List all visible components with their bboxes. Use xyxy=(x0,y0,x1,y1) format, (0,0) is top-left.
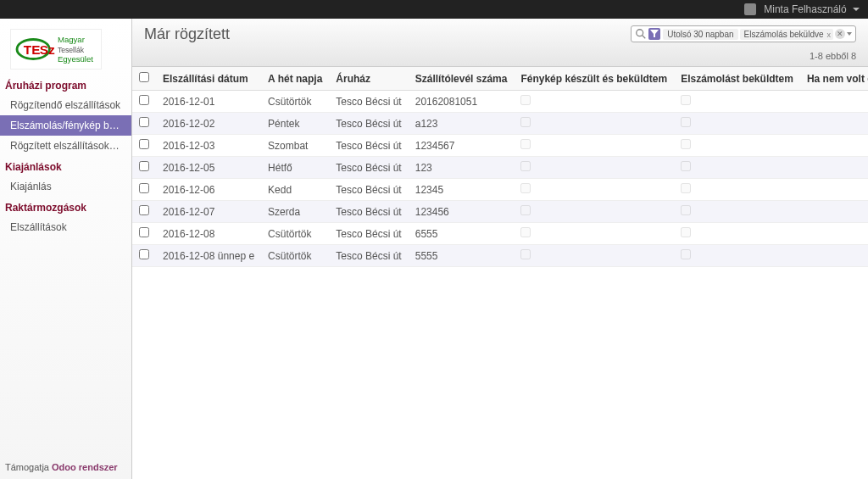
row-select-checkbox[interactable] xyxy=(139,227,149,237)
column-header[interactable]: Elszámolást beküldtem xyxy=(674,67,800,91)
footer-brand[interactable]: Odoo rendszer xyxy=(52,462,118,472)
svg-text:Magyar: Magyar xyxy=(58,35,86,44)
cell-day: Kedd xyxy=(261,179,329,201)
cell-photo xyxy=(514,135,674,157)
table-row[interactable]: 2016-12-01CsütörtökTesco Bécsi út2016208… xyxy=(132,91,868,113)
chevron-down-icon xyxy=(853,8,860,11)
cell-settle xyxy=(674,91,800,113)
cell-store: Tesco Bécsi út xyxy=(329,157,408,179)
cell-date: 2016-12-02 xyxy=(156,113,261,135)
settle-checkbox xyxy=(681,95,691,105)
row-select-checkbox[interactable] xyxy=(139,139,149,149)
svg-line-8 xyxy=(643,36,646,39)
svg-text:Egyesület: Egyesület xyxy=(58,54,93,64)
page-title: Már rögzített xyxy=(144,25,230,43)
search-box[interactable]: Utolsó 30 napbanElszámolás beküldvex ✕ xyxy=(631,25,856,42)
clear-search-button[interactable]: ✕ xyxy=(835,29,845,39)
user-name: Minta Felhasználó xyxy=(764,3,846,15)
nav: Áruházi programRögzítendő elszállításokE… xyxy=(0,75,131,455)
sidebar-item[interactable]: Elszállítások xyxy=(0,217,131,237)
sidebar-item[interactable]: Rögzítendő elszállítások xyxy=(0,95,131,115)
nav-section[interactable]: Áruházi program xyxy=(0,75,131,95)
cell-slip: 123 xyxy=(409,157,515,179)
cell-reason xyxy=(800,157,868,179)
row-select-checkbox[interactable] xyxy=(139,95,149,105)
cell-settle xyxy=(674,113,800,135)
footer-prefix: Támogatja xyxy=(5,462,52,472)
cell-store: Tesco Bécsi út xyxy=(329,201,408,223)
column-header[interactable]: Elszállítási dátum xyxy=(156,67,261,91)
nav-section[interactable]: Raktármozgások xyxy=(0,197,131,217)
filter-chip: Utolsó 30 napban xyxy=(663,29,737,40)
cell-date: 2016-12-08 ünnep e xyxy=(156,245,261,267)
nav-section[interactable]: Kiajánlások xyxy=(0,156,131,176)
cell-day: Hétfő xyxy=(261,157,329,179)
cell-slip: 5555 xyxy=(409,245,515,267)
settle-checkbox xyxy=(681,161,691,171)
column-header[interactable]: Ha nem volt elszállítás, miért? xyxy=(800,67,868,91)
table-row[interactable]: 2016-12-02PéntekTesco Bécsi úta123 xyxy=(132,113,868,135)
row-select-checkbox[interactable] xyxy=(139,161,149,171)
cell-settle xyxy=(674,157,800,179)
photo-checkbox xyxy=(520,139,531,149)
cell-store: Tesco Bécsi út xyxy=(329,135,408,157)
cell-settle xyxy=(674,223,800,245)
row-select-checkbox[interactable] xyxy=(139,117,149,127)
photo-checkbox xyxy=(520,249,531,259)
cell-date: 2016-12-06 xyxy=(156,179,261,201)
cell-reason xyxy=(800,245,868,267)
sidebar-item[interactable]: Elszámolás/fénykép bekül... xyxy=(0,115,131,136)
cell-slip: 123456 xyxy=(409,201,515,223)
filter-chip-label: Utolsó 30 napban xyxy=(665,30,735,39)
cell-slip: 12345 xyxy=(409,179,515,201)
sidebar-footer: Támogatja Odoo rendszer xyxy=(0,455,131,479)
cell-reason xyxy=(800,113,868,135)
svg-marker-9 xyxy=(650,30,659,37)
table-row[interactable]: 2016-12-05HétfőTesco Bécsi út123 xyxy=(132,157,868,179)
row-select-checkbox[interactable] xyxy=(139,183,149,193)
settle-checkbox xyxy=(681,183,691,193)
cell-day: Szerda xyxy=(261,201,329,223)
cell-photo xyxy=(514,157,674,179)
filter-chip: Elszámolás beküldvex xyxy=(740,29,833,40)
cell-reason xyxy=(800,179,868,201)
cell-settle xyxy=(674,201,800,223)
search-icon xyxy=(635,28,647,40)
column-header[interactable]: Szállítólevél száma xyxy=(409,67,515,91)
select-all-header xyxy=(132,67,156,91)
table-row[interactable]: 2016-12-08 ünnep eCsütörtökTesco Bécsi ú… xyxy=(132,245,868,267)
settle-checkbox xyxy=(681,139,691,149)
photo-checkbox xyxy=(520,95,531,105)
row-select-checkbox[interactable] xyxy=(139,205,149,215)
column-header[interactable]: A hét napja xyxy=(261,67,329,91)
settle-checkbox xyxy=(681,227,691,237)
cell-slip: 20162081051 xyxy=(409,91,515,113)
filter-chip-label: Elszámolás beküldve xyxy=(743,30,826,39)
table-row[interactable]: 2016-12-07SzerdaTesco Bécsi út123456 xyxy=(132,201,868,223)
user-menu[interactable]: Minta Felhasználó xyxy=(744,3,860,16)
cell-photo xyxy=(514,245,674,267)
settle-checkbox xyxy=(681,205,691,215)
table: Elszállítási dátumA hét napjaÁruházSzáll… xyxy=(132,67,868,479)
cell-reason xyxy=(800,91,868,113)
sidebar-item[interactable]: Rögzített elszállítások leké... xyxy=(0,136,131,156)
sidebar: T E Sz Magyar Tesellák Egyesület Áruházi… xyxy=(0,19,132,479)
search-dropdown-icon[interactable] xyxy=(847,32,852,36)
table-row[interactable]: 2016-12-03SzombatTesco Bécsi út1234567 xyxy=(132,135,868,157)
filter-icon[interactable] xyxy=(648,28,660,40)
table-row[interactable]: 2016-12-06KeddTesco Bécsi út12345 xyxy=(132,179,868,201)
sidebar-item[interactable]: Kiajánlás xyxy=(0,176,131,197)
svg-text:Sz: Sz xyxy=(40,42,55,57)
cell-reason xyxy=(800,135,868,157)
cell-settle xyxy=(674,135,800,157)
column-header[interactable]: Fénykép készült és beküldtem xyxy=(514,67,674,91)
filter-chip-remove[interactable]: x xyxy=(827,31,832,39)
pager: 1-8 ebből 8 xyxy=(810,47,856,63)
cell-store: Tesco Bécsi út xyxy=(329,223,408,245)
row-select-checkbox[interactable] xyxy=(139,249,149,259)
select-all-checkbox[interactable] xyxy=(139,72,149,82)
table-row[interactable]: 2016-12-08CsütörtökTesco Bécsi út6555 xyxy=(132,223,868,245)
column-header[interactable]: Áruház xyxy=(329,67,408,91)
cell-day: Csütörtök xyxy=(261,223,329,245)
cell-reason xyxy=(800,223,868,245)
